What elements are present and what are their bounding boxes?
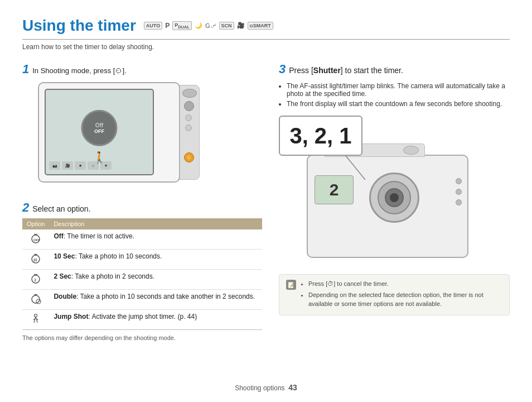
camera-right-panel: ⏲ [180, 85, 200, 180]
svg-line-22 [37, 320, 37, 323]
note-bullet-1: Press [⏱] to cancel the timer. [308, 279, 502, 289]
camera-body-3: 2 [307, 155, 468, 258]
mode-smart: GSMART [248, 22, 273, 30]
col-description-header: Description [49, 218, 262, 229]
note-text: Press [⏱] to cancel the timer. Depending… [301, 279, 502, 310]
lens-inner [385, 188, 404, 207]
front-display: 2 [315, 175, 354, 204]
timer-menu-icon: Off OFF [81, 109, 118, 146]
camera-illustration-1: Off OFF 🚶 📷 🎥 ★ ○ ♥ [38, 82, 200, 188]
footer-page-number: 43 [288, 383, 297, 392]
svg-point-16 [35, 314, 37, 317]
camera-illustration-3: 3, 2, 1 2 [279, 116, 480, 266]
note-icon: 📝 [286, 280, 296, 290]
table-row: Double: Take a photo in 10 seconds and t… [22, 290, 262, 310]
option-desc-double: Double: Take a photo in 10 seconds and t… [49, 290, 262, 310]
timer-off-label: OFF [94, 128, 104, 133]
shutter-word: Shutter [313, 66, 341, 75]
mode-movie-icon: 🎥 [237, 22, 245, 29]
note-bullet-2: Depending on the selected face detection… [308, 290, 502, 309]
timer-off-text: Off [95, 122, 103, 128]
step3-number: 3 [279, 62, 286, 76]
mode-g-icon: G⍻ [205, 22, 216, 29]
mode-dual: PDUAL [172, 21, 192, 31]
table-row: 10 10 Sec: Take a photo in 10 seconds. [22, 250, 262, 270]
lens-outer [369, 173, 419, 223]
option-icon-off: OFF [22, 229, 49, 250]
page-header: Using the timer AUTO P PDUAL 🌙 G⍻ SCN 🎥 … [22, 17, 510, 40]
mode-auto: AUTO [144, 22, 162, 30]
step3-bullets: The AF-assist light/timer lamp blinks. T… [287, 82, 510, 108]
table-row: 2 2 Sec: Take a photo in 2 seconds. [22, 270, 262, 290]
screen-icon-1: 📷 [49, 161, 60, 170]
mode-icons: AUTO P PDUAL 🌙 G⍻ SCN 🎥 GSMART [144, 21, 273, 31]
step2-footnote: The options may differ depending on the … [22, 334, 262, 341]
screen-icon-3: ★ [75, 161, 86, 170]
10sec-icon: 10 [30, 252, 42, 265]
options-table: Option Description OFF Off: The [22, 218, 262, 330]
step3-header: 3 Press [Shutter] to start the timer. [279, 62, 510, 76]
step2-instruction: Select an option. [32, 204, 90, 213]
mode-p: P [165, 22, 170, 30]
step2-header: 2 Select an option. [22, 200, 262, 215]
timer-button-icon: ⏲ [187, 155, 191, 160]
page-title: Using the timer [22, 17, 136, 35]
right-buttons-3 [456, 178, 462, 205]
option-desc-jumpshot: Jump Shot: Activate the jump shot timer.… [49, 310, 262, 330]
option-desc-2sec: 2 Sec: Take a photo in 2 seconds. [49, 270, 262, 290]
small-btn-2 [185, 125, 192, 131]
col-option-header: Option [22, 218, 49, 229]
lens-core [390, 193, 399, 202]
camera-screen-1: Off OFF 🚶 📷 🎥 ★ ○ ♥ [45, 89, 154, 175]
screen-icon-2: 🎥 [62, 161, 73, 170]
screen-icon-5: ♥ [100, 161, 112, 170]
option-name-jumpshot: Jump Shot [54, 313, 88, 320]
mode-dial [184, 101, 194, 111]
lens-middle [378, 181, 411, 214]
svg-line-21 [34, 320, 35, 323]
footer-text: Shooting options [235, 384, 284, 392]
mode-scn: SCN [219, 22, 234, 30]
right-btn-3 [456, 199, 462, 205]
page-footer: Shooting options 43 [0, 383, 532, 392]
svg-text:OFF: OFF [33, 238, 40, 242]
main-content: 1 In Shooting mode, press [⏲]. Off OFF 🚶 [22, 62, 510, 341]
screen-icon-4: ○ [88, 161, 99, 170]
option-icon-2sec: 2 [22, 270, 49, 290]
svg-line-19 [33, 319, 35, 320]
option-name-2sec: 2 Sec [54, 272, 71, 280]
step1-number: 1 [22, 62, 29, 76]
countdown-display: 3, 2, 1 [289, 123, 351, 149]
option-desc-10sec: 10 Sec: Take a photo in 10 seconds. [49, 250, 262, 270]
off-icon: OFF [30, 232, 42, 245]
right-btn-2 [456, 189, 462, 195]
svg-text:10: 10 [33, 258, 38, 262]
note-box: 📝 Press [⏱] to cancel the timer. Dependi… [279, 274, 510, 315]
timer-button-highlight: ⏲ [184, 152, 194, 162]
left-column: 1 In Shooting mode, press [⏲]. Off OFF 🚶 [22, 62, 262, 341]
front-display-number: 2 [330, 180, 339, 199]
right-btn-1 [456, 178, 462, 184]
svg-text:2: 2 [35, 278, 37, 282]
option-name-double: Double [54, 293, 76, 300]
shutter-button [182, 89, 197, 98]
step3-bullet-1: The AF-assist light/timer lamp blinks. T… [287, 82, 510, 98]
jumpshot-icon [30, 313, 42, 325]
shutter-top [403, 146, 419, 155]
double-icon [30, 293, 42, 305]
svg-line-20 [37, 319, 38, 320]
step1-instruction: In Shooting mode, press [⏲]. [32, 66, 126, 75]
2sec-icon: 2 [30, 272, 42, 285]
option-name-off: Off [54, 232, 63, 240]
option-icon-jumpshot [22, 310, 49, 330]
camera-body-1: Off OFF 🚶 📷 🎥 ★ ○ ♥ [38, 82, 180, 183]
option-icon-double [22, 290, 49, 310]
step3-bullet-2: The front display will start the countdo… [287, 100, 510, 108]
table-row: Jump Shot: Activate the jump shot timer.… [22, 310, 262, 330]
option-desc-off: Off: The timer is not active. [49, 229, 262, 250]
small-btn-1 [185, 114, 192, 121]
step2-number: 2 [22, 200, 29, 215]
step3-instruction: Press [Shutter] to start the timer. [289, 66, 403, 75]
right-column: 3 Press [Shutter] to start the timer. Th… [279, 62, 510, 341]
table-header-row: Option Description [22, 218, 262, 229]
